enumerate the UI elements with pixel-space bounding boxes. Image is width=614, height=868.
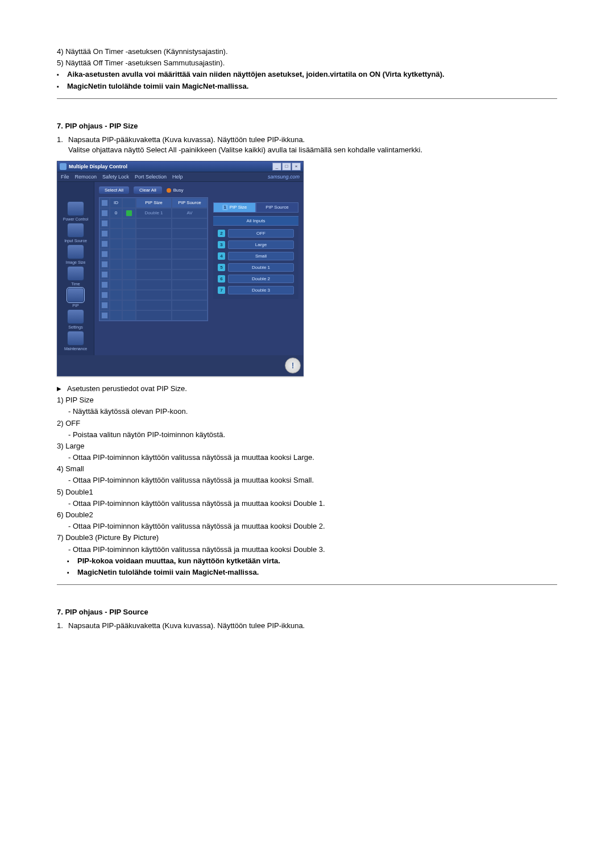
row-checkbox[interactable] xyxy=(101,312,108,319)
size-note-2: MagicNetin tulolähde toimii vain MagicNe… xyxy=(77,567,259,578)
busy-icon xyxy=(167,188,171,193)
item-num: 6) xyxy=(57,510,64,519)
row-checkbox[interactable] xyxy=(101,220,108,227)
option-large[interactable]: 3Large xyxy=(218,240,294,249)
timer-on-line: 4) Näyttää On Timer -asetuksen (Käynnist… xyxy=(57,47,557,57)
step-text-b: Valitse ohjattava näyttö Select All -pai… xyxy=(68,145,422,155)
clear-all-button[interactable]: Clear All xyxy=(134,186,162,194)
menu-help[interactable]: Help xyxy=(172,174,183,180)
header-status xyxy=(122,198,136,208)
sidebar-maint: Maintenance xyxy=(64,347,87,351)
row-checkbox[interactable] xyxy=(101,281,108,288)
intro-note-2: MagicNetin tulolähde toimii vain MagicNe… xyxy=(67,81,248,92)
tab-pip-source[interactable]: PIP Source xyxy=(256,202,298,213)
main-area: Select All Clear All Busy ID PIP Size PI… xyxy=(94,182,303,355)
option-number: 2 xyxy=(218,230,225,237)
options-panel: 1PIP Size PIP Source All Inputs 2OFF 3La… xyxy=(213,202,298,299)
tab-pip-size[interactable]: 1PIP Size xyxy=(213,202,256,213)
item-desc: - Ottaa PIP-toiminnon käyttöön valitussa… xyxy=(57,499,557,509)
intro-note-1: Aika-asetusten avulla voi määrittää vain… xyxy=(67,69,445,80)
row-checkbox[interactable] xyxy=(101,302,108,309)
item-title: Large xyxy=(65,442,84,450)
row-checkbox[interactable] xyxy=(101,261,108,268)
time-icon[interactable] xyxy=(67,266,84,281)
bullet-icon: ▪ xyxy=(67,556,77,566)
option-label: Large xyxy=(228,240,294,249)
row-checkbox[interactable] xyxy=(101,271,108,278)
menu-safety[interactable]: Safety Lock xyxy=(102,174,129,180)
timer-off-line: 5) Näyttää Off Timer -asetuksen Sammutus… xyxy=(57,58,557,68)
minimize-button[interactable]: _ xyxy=(272,163,281,171)
item-title: Double3 (Picture By Picture) xyxy=(65,533,159,542)
item-6: 6) Double2 - Ottaa PIP-toiminnon käyttöö… xyxy=(57,510,557,531)
item-title: OFF xyxy=(65,419,80,427)
item-desc: - Ottaa PIP-toiminnon käyttöön valitussa… xyxy=(57,452,557,463)
sidebar-input: Input Source xyxy=(64,239,87,243)
maximize-button[interactable]: □ xyxy=(282,163,291,171)
select-all-button[interactable]: Select All xyxy=(99,186,129,194)
close-button[interactable]: × xyxy=(292,163,301,171)
item-desc: - Ottaa PIP-toiminnon käyttöön valitussa… xyxy=(57,521,557,531)
item-title: Double2 xyxy=(65,510,93,519)
row-checkbox[interactable] xyxy=(101,292,108,298)
menu-file[interactable]: File xyxy=(61,174,69,180)
option-double1[interactable]: 5Double 1 xyxy=(218,263,294,272)
size-note-1: PIP-kokoa voidaan muuttaa, kun näyttöön … xyxy=(77,556,280,566)
row-checkbox[interactable] xyxy=(101,240,108,247)
window-title: Multiple Display Control xyxy=(69,164,127,169)
option-number: 3 xyxy=(218,241,225,248)
bullet-icon: ▪ xyxy=(57,69,67,79)
option-label: Double 2 xyxy=(228,275,294,283)
info-icon[interactable]: ! xyxy=(285,358,301,373)
option-label: Double 1 xyxy=(228,263,294,272)
sidebar-pip: PIP xyxy=(72,304,78,308)
header-checkbox[interactable] xyxy=(99,198,110,208)
sidebar: Power Control Input Source Image Size Ti… xyxy=(57,182,94,355)
menu-port[interactable]: Port Selection xyxy=(135,174,167,180)
status-on-icon xyxy=(126,210,132,217)
text: Näyttää Off Timer -asetuksen Sammutusaja… xyxy=(65,59,225,67)
triangle-icon: ▶ xyxy=(57,385,67,392)
image-icon[interactable] xyxy=(67,244,84,259)
item-num: 3) xyxy=(57,442,64,450)
item-desc: - Poistaa valitun näytön PIP-toiminnon k… xyxy=(57,430,557,440)
option-label: Double 3 xyxy=(228,286,294,294)
option-label: OFF xyxy=(228,229,294,238)
item-num: 1) xyxy=(57,396,64,404)
titlebar: Multiple Display Control _ □ × xyxy=(57,161,303,172)
item-desc: - Ottaa PIP-toiminnon käyttöön valitussa… xyxy=(57,475,557,485)
item-5: 5) Double1 - Ottaa PIP-toiminnon käyttöö… xyxy=(57,487,557,509)
sidebar-time: Time xyxy=(71,282,80,286)
item-4: 4) Small - Ottaa PIP-toiminnon käyttöön … xyxy=(57,464,557,485)
menu-remocon[interactable]: Remocon xyxy=(75,174,97,180)
pip-icon[interactable] xyxy=(67,288,84,302)
option-small[interactable]: 4Small xyxy=(218,252,294,260)
row-checkbox[interactable] xyxy=(101,251,108,258)
option-double3[interactable]: 7Double 3 xyxy=(218,286,294,294)
header-pip-source: PIP Source xyxy=(172,198,208,208)
section-title-pip-size: 7. PIP ohjaus - PIP Size xyxy=(57,122,557,130)
item-num: 4) xyxy=(57,464,64,473)
divider xyxy=(57,98,557,99)
maintenance-icon[interactable] xyxy=(67,331,84,346)
item-3: 3) Large - Ottaa PIP-toiminnon käyttöön … xyxy=(57,441,557,463)
settings-icon[interactable] xyxy=(67,309,84,324)
option-off[interactable]: 2OFF xyxy=(218,229,294,238)
item-title: PIP Size xyxy=(65,396,94,404)
header-pip-size: PIP Size xyxy=(136,198,172,208)
power-icon[interactable] xyxy=(67,201,84,216)
option-double2[interactable]: 6Double 2 xyxy=(218,275,294,283)
bullet-icon: ▪ xyxy=(67,567,77,577)
input-icon[interactable] xyxy=(67,223,84,238)
row-checkbox[interactable] xyxy=(101,210,108,217)
row-checkbox[interactable] xyxy=(101,230,108,237)
header-id: ID xyxy=(110,198,122,208)
table-row[interactable]: 0 Double 1 AV xyxy=(99,208,208,218)
option-number: 4 xyxy=(218,252,225,260)
step-number: 1. xyxy=(57,621,68,631)
option-number: 7 xyxy=(218,286,225,294)
app-icon xyxy=(60,163,67,170)
sidebar-power: Power Control xyxy=(63,217,88,221)
brand-link[interactable]: samsung.com xyxy=(268,174,300,180)
option-number: 5 xyxy=(218,264,225,271)
